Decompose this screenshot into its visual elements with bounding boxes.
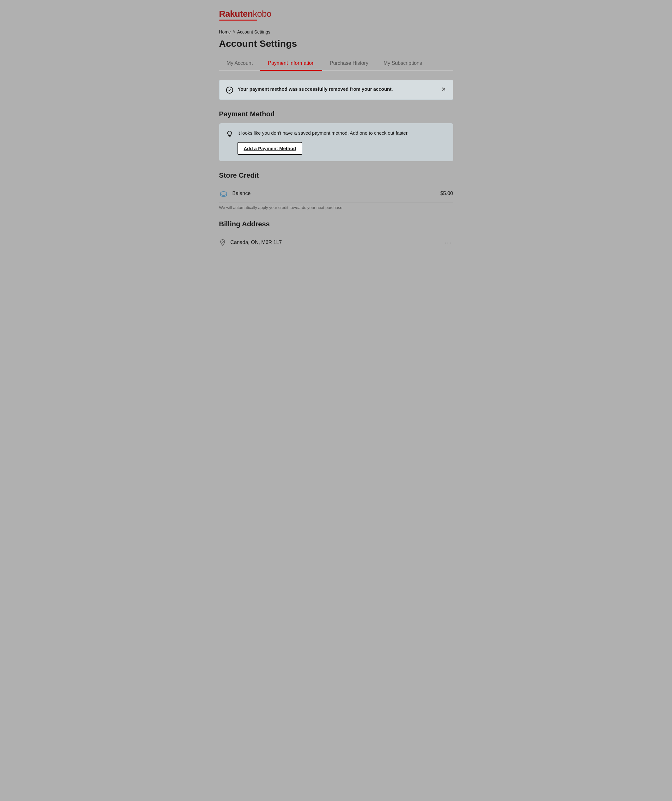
address-more-options-button[interactable]: ··· — [443, 238, 453, 248]
tab-my-subscriptions[interactable]: My Subscriptions — [376, 56, 430, 71]
breadcrumb-home-link[interactable]: Home — [219, 29, 231, 34]
breadcrumb: Home // Account Settings — [219, 29, 453, 34]
location-pin-icon — [219, 239, 226, 246]
logo: Rakutenkobo — [219, 9, 453, 21]
credit-note: We will automatically apply your credit … — [219, 205, 453, 210]
billing-address-section: Billing Address Canada, ON, M6R 1L7 ··· — [219, 220, 453, 252]
address-left: Canada, ON, M6R 1L7 — [219, 239, 282, 246]
success-banner: Your payment method was successfully rem… — [219, 80, 453, 100]
balance-label: Balance — [232, 191, 251, 196]
balance-icon — [219, 189, 228, 198]
balance-row: Balance $5.00 — [219, 185, 453, 203]
logo-rakuten: Rakuten — [219, 9, 253, 19]
balance-left: Balance — [219, 189, 251, 198]
tab-payment-information[interactable]: Payment Information — [260, 56, 322, 71]
payment-method-title: Payment Method — [219, 110, 453, 118]
billing-address-title: Billing Address — [219, 220, 453, 228]
svg-point-7 — [222, 241, 223, 243]
close-banner-button[interactable] — [441, 86, 446, 93]
payment-method-info-box: It looks like you don't have a saved pay… — [219, 123, 453, 161]
breadcrumb-current-page: Account Settings — [237, 29, 271, 34]
tab-my-account[interactable]: My Account — [219, 56, 261, 71]
bulb-icon — [226, 130, 233, 137]
store-credit-title: Store Credit — [219, 171, 453, 180]
store-credit-section: Store Credit Balance $5.00 We will autom… — [219, 171, 453, 210]
success-check-icon — [226, 86, 234, 94]
page-title: Account Settings — [219, 38, 453, 49]
logo-underline — [219, 19, 257, 21]
success-banner-left: Your payment method was successfully rem… — [226, 86, 393, 94]
success-message-text: Your payment method was successfully rem… — [238, 86, 393, 93]
payment-method-info-content: It looks like you don't have a saved pay… — [237, 130, 446, 155]
payment-method-section: Payment Method It looks like you don't h… — [219, 110, 453, 161]
balance-amount: $5.00 — [440, 191, 453, 196]
payment-method-info-text: It looks like you don't have a saved pay… — [237, 130, 446, 137]
tab-purchase-history[interactable]: Purchase History — [322, 56, 376, 71]
add-payment-method-button[interactable]: Add a Payment Method — [237, 142, 303, 155]
address-row: Canada, ON, M6R 1L7 ··· — [219, 233, 453, 252]
logo-kobo: kobo — [253, 9, 271, 19]
address-text: Canada, ON, M6R 1L7 — [230, 240, 282, 245]
tabs-container: My Account Payment Information Purchase … — [219, 56, 453, 71]
breadcrumb-separator: // — [233, 29, 235, 34]
